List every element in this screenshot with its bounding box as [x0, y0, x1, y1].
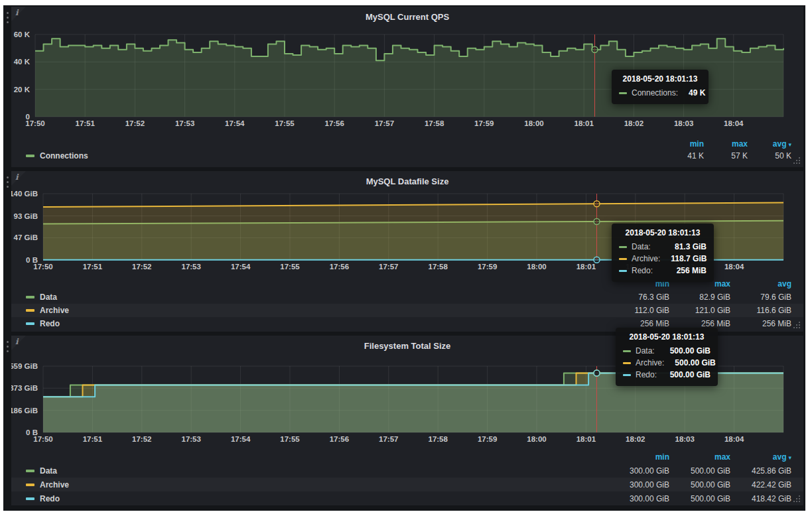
stat-avg-value: 116.6 GiB [730, 306, 791, 315]
x-axis-tick-label: 18:04 [724, 263, 744, 271]
legend-series-toggle[interactable]: Redo [26, 319, 60, 328]
stat-min-value: 256 MiB [608, 319, 669, 328]
panel-drag-handle[interactable] [3, 9, 11, 40]
x-axis-tick-label: 17:57 [379, 435, 398, 443]
x-axis-tick-label: 18:04 [724, 119, 744, 127]
stat-min-value: 300.00 GiB [608, 494, 669, 503]
legend-series-toggle[interactable]: Archive [26, 306, 69, 315]
tooltip-series-label: Redo: [636, 370, 657, 379]
x-axis-tick-label: 17:53 [175, 119, 194, 127]
x-axis-tick-label: 18:01 [574, 119, 594, 127]
legend-series-toggle[interactable]: Data [26, 466, 57, 476]
panel-resize-handle[interactable] [799, 327, 800, 328]
series-color-swatch [623, 374, 631, 376]
legend-series-toggle[interactable]: Archive [26, 480, 69, 489]
avg-sort-caret: ▾ [788, 141, 791, 148]
tooltip-series-label: Connections: [632, 88, 678, 98]
series-color-swatch [619, 270, 627, 272]
stat-max-value: 500.00 GiB [669, 480, 730, 489]
tooltip-timestamp: 2018-05-20 18:01:13 [619, 74, 701, 84]
info-icon[interactable]: i [15, 8, 19, 17]
legend-row-connections: Connections 41 K 57 K 50 K [11, 150, 803, 162]
x-axis-tick-label: 17:53 [181, 435, 200, 443]
legend-series-label: Data [40, 292, 57, 302]
tooltip-series-label: Archive: [632, 254, 660, 263]
tooltip-series-value: 49 K [678, 88, 705, 98]
panel-drag-handle[interactable] [3, 174, 11, 204]
tooltip-timestamp: 2018-05-20 18:01:13 [619, 228, 707, 237]
tooltip-series-value: 500.00 GiB [664, 358, 715, 367]
stat-avg-value: 425.86 GiB [730, 466, 791, 476]
hover-point-archive [594, 201, 600, 207]
hover-point-redo [594, 370, 600, 376]
grafana-dashboard: i MySQL Current QPS 020 K40 K60 K17:5017… [3, 5, 805, 511]
panel-drag-handle[interactable] [3, 338, 11, 369]
info-icon[interactable]: i [15, 337, 19, 346]
stat-min-value: 300.00 GiB [608, 466, 669, 476]
legend-row-archive: Archive 300.00 GiB 500.00 GiB 422.42 GiB [11, 478, 803, 491]
panel-resize-handle[interactable] [799, 501, 800, 502]
x-axis-tick-label: 17:50 [33, 435, 52, 443]
x-axis-tick-label: 17:56 [330, 435, 349, 443]
y-axis-tick-label: 40 K [14, 58, 31, 66]
tooltip-series-row: Redo: 500.00 GiB [623, 369, 710, 381]
x-axis-tick-label: 17:54 [225, 119, 245, 127]
stat-header-avg[interactable]: avg▾ [748, 139, 791, 149]
y-axis-tick-label: 20 K [14, 86, 31, 94]
stat-header-max[interactable]: max [704, 139, 748, 149]
graph-tooltip-qps: 2018-05-20 18:01:13 Connections: 49 K [612, 70, 709, 104]
x-axis-tick-label: 17:57 [375, 119, 394, 127]
legend-series-label: Data [40, 466, 57, 476]
panel-title[interactable]: MySQL Current QPS [11, 12, 803, 22]
x-axis-tick-label: 17:55 [280, 435, 300, 443]
stat-avg-value: 79.6 GiB [730, 292, 791, 302]
legend-series-label: Redo [40, 494, 60, 503]
x-axis-tick-label: 17:52 [132, 435, 151, 443]
legend-series-toggle[interactable]: Redo [26, 494, 60, 503]
panel-title[interactable]: MySQL Datafile Size [11, 176, 803, 186]
info-icon[interactable]: i [15, 172, 19, 182]
tooltip-series-value: 118.7 GiB [660, 254, 707, 263]
x-axis-tick-label: 18:04 [724, 435, 744, 443]
legend-series-toggle[interactable]: Connections [26, 151, 88, 161]
tooltip-series-label: Data: [636, 346, 655, 356]
x-axis-tick-label: 17:50 [33, 263, 52, 271]
x-axis-tick-label: 18:00 [527, 263, 546, 271]
x-axis-tick-label: 18:00 [527, 435, 546, 443]
series-color-swatch [623, 350, 631, 352]
legend-series-label: Redo [40, 319, 60, 328]
x-axis-tick-label: 17:58 [428, 435, 448, 443]
stat-min-value: 300.00 GiB [608, 480, 669, 489]
stat-max-value: 121.0 GiB [669, 306, 730, 315]
x-axis-tick-label: 18:00 [524, 119, 543, 127]
x-axis-tick-label: 18:02 [626, 435, 645, 443]
y-axis-tick-label: 186 GiB [11, 407, 38, 415]
x-axis-tick-label: 17:52 [125, 119, 145, 127]
x-axis-tick-label: 18:01 [576, 263, 596, 271]
stat-header-min[interactable]: min [660, 139, 704, 149]
stat-max-value: 500.00 GiB [669, 494, 730, 503]
series-color-swatch [26, 296, 34, 298]
stat-max-value: 82.9 GiB [669, 292, 730, 302]
panel-resize-handle[interactable] [799, 162, 800, 164]
hover-point-connections [592, 46, 598, 52]
y-axis-tick-label: 60 K [14, 31, 31, 38]
legend-row-archive: Archive 112.0 GiB 121.0 GiB 116.6 GiB [11, 304, 803, 317]
x-axis-tick-label: 17:59 [474, 119, 494, 127]
legend-series-toggle[interactable]: Data [26, 292, 57, 302]
x-axis-tick-label: 17:54 [231, 263, 251, 271]
x-axis-tick-label: 17:57 [379, 263, 398, 271]
series-color-swatch [26, 155, 34, 157]
tooltip-series-value: 500.00 GiB [659, 346, 710, 356]
y-axis-tick-label: 47 GiB [14, 233, 38, 241]
series-color-swatch [623, 362, 631, 364]
stat-min-value: 41 K [660, 151, 704, 161]
tooltip-timestamp: 2018-05-20 18:01:13 [623, 332, 710, 342]
x-axis-tick-label: 17:55 [280, 263, 300, 271]
legend-row-data: Data 76.3 GiB 82.9 GiB 79.6 GiB [11, 291, 803, 304]
stat-avg-value: 256 MiB [730, 319, 791, 328]
series-color-swatch [26, 497, 34, 500]
stat-min-value: 76.3 GiB [608, 292, 669, 302]
legend-series-label: Connections [40, 151, 88, 161]
series-color-swatch [26, 322, 34, 325]
